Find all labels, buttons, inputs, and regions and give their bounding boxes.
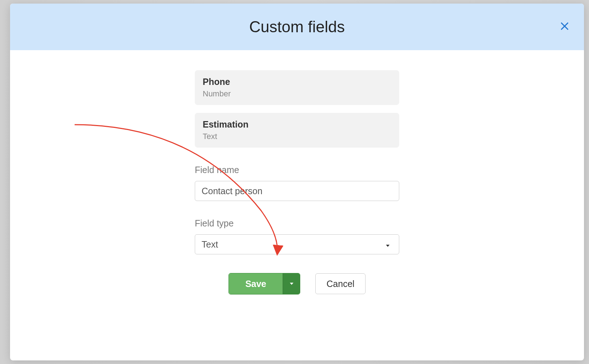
field-type-value: Text [202,239,218,250]
caret-down-icon [385,239,390,250]
save-dropdown-toggle[interactable] [283,273,300,294]
field-card-name: Estimation [203,119,391,130]
save-button-group: Save Save and add more [228,273,300,294]
close-button[interactable] [557,19,572,35]
caret-down-icon [289,281,294,287]
modal-body: Phone Number Estimation Text Field name … [10,50,584,360]
modal-header: Custom fields [10,4,584,50]
existing-field-card[interactable]: Estimation Text [195,113,399,148]
modal-title: Custom fields [249,18,345,36]
field-name-label: Field name [195,165,399,175]
field-card-name: Phone [203,77,391,87]
close-icon [559,21,570,33]
existing-field-card[interactable]: Phone Number [195,70,399,105]
field-type-label: Field type [195,218,399,229]
button-row: Save Save and add more Cancel [195,273,399,294]
custom-fields-modal: Custom fields Phone Number Estimation Te… [10,4,584,360]
field-card-type: Number [203,89,391,99]
field-name-group: Field name [195,165,399,201]
save-button[interactable]: Save [229,273,283,294]
field-type-select[interactable]: Text [195,234,399,254]
field-card-type: Text [203,132,391,141]
content-column: Phone Number Estimation Text Field name … [195,70,399,294]
field-type-group: Field type Text [195,218,399,254]
cancel-button[interactable]: Cancel [315,273,366,294]
svg-marker-2 [386,245,390,247]
field-name-input[interactable] [195,181,399,201]
svg-marker-3 [290,283,293,285]
